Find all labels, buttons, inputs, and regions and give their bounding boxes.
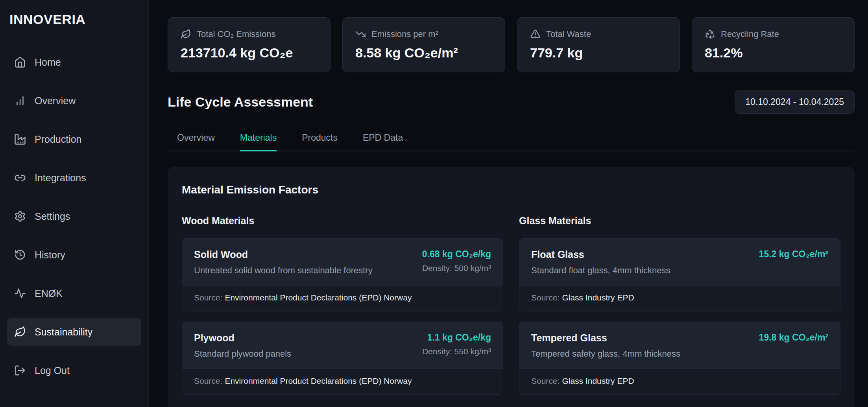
tab-overview[interactable]: Overview: [177, 133, 215, 151]
material-emission-value: 19.8 kg CO₂e/m²: [759, 332, 828, 343]
stat-label: Recycling Rate: [721, 29, 779, 39]
material-description: Untreated solid wood from sustainable fo…: [194, 265, 373, 276]
column-title: Glass Materials: [519, 215, 840, 227]
material-name: Plywood: [194, 332, 291, 344]
stat-value: 81.2%: [705, 45, 842, 61]
source-label: Source:: [531, 376, 560, 385]
page-title: Life Cycle Assessment: [168, 94, 313, 110]
sidebar-item-history[interactable]: History: [7, 241, 141, 269]
material-description: Tempered safety glass, 4mm thickness: [531, 349, 680, 359]
sidebar-item-sustainability[interactable]: Sustainability: [7, 318, 141, 346]
sidebar-item-integrations[interactable]: Integrations: [7, 164, 141, 192]
sidebar-item-label: History: [35, 249, 65, 261]
material-density: Density: 500 kg/m³: [422, 263, 491, 273]
material-card-solid-wood: Solid Wood Untreated solid wood from sus…: [182, 238, 503, 311]
stat-card-recycling-rate: Recycling Rate 81.2%: [692, 17, 855, 72]
app-logo: INNOVERIA: [7, 12, 141, 27]
stat-label: Total Waste: [546, 29, 591, 39]
material-card-float-glass: Float Glass Standard float glass, 4mm th…: [519, 238, 840, 311]
column-title: Wood Materials: [182, 215, 503, 227]
sidebar-item-label: Production: [35, 134, 82, 145]
source-value: Environmental Product Declarations (EPD)…: [225, 376, 412, 385]
stat-value: 779.7 kg: [530, 45, 667, 61]
material-emission-value: 0.68 kg CO₂e/kg: [422, 249, 491, 260]
gear-icon: [14, 210, 26, 222]
tab-products[interactable]: Products: [302, 133, 338, 151]
material-name: Float Glass: [531, 249, 670, 260]
recycle-icon: [705, 29, 715, 39]
factory-icon: [14, 133, 26, 145]
sidebar-nav: Home Overview Production Integrations Se: [7, 48, 141, 384]
sidebar-item-label: ENØK: [35, 288, 63, 299]
warning-triangle-icon: [530, 29, 541, 39]
stat-card-total-co2: Total CO₂ Emissions 213710.4 kg CO₂e: [168, 17, 331, 72]
leaf-icon: [14, 326, 26, 338]
source-value: Glass Industry EPD: [562, 293, 634, 302]
material-emission-factors-panel: Material Emission Factors Wood Materials…: [168, 167, 855, 407]
link-icon: [14, 172, 26, 184]
trend-down-icon: [355, 29, 366, 39]
sidebar-item-settings[interactable]: Settings: [7, 203, 141, 230]
source-label: Source:: [194, 293, 222, 302]
glass-materials-column: Glass Materials Float Glass Standard flo…: [519, 215, 840, 405]
source-label: Source:: [194, 376, 222, 385]
material-name: Solid Wood: [194, 249, 373, 260]
home-icon: [14, 56, 26, 68]
sidebar-item-label: Settings: [35, 211, 70, 222]
wood-materials-column: Wood Materials Solid Wood Untreated soli…: [182, 215, 503, 405]
material-description: Standard float glass, 4mm thickness: [531, 265, 670, 276]
sidebar-item-label: Sustainability: [35, 326, 92, 338]
sidebar-item-logout[interactable]: Log Out: [7, 357, 141, 384]
tab-materials[interactable]: Materials: [240, 133, 277, 151]
logout-icon: [14, 365, 26, 376]
sidebar-item-label: Integrations: [35, 172, 86, 184]
material-card-tempered-glass: Tempered Glass Tempered safety glass, 4m…: [519, 322, 840, 395]
sidebar-item-production[interactable]: Production: [7, 125, 141, 153]
sidebar: INNOVERIA Home Overview Production Integ…: [0, 0, 149, 407]
stat-label: Total CO₂ Emissions: [197, 29, 275, 39]
date-range-picker[interactable]: 10.10.2024 - 10.04.2025: [735, 90, 855, 114]
panel-title: Material Emission Factors: [182, 184, 840, 196]
sidebar-item-label: Home: [35, 57, 61, 68]
source-value: Environmental Product Declarations (EPD)…: [225, 293, 412, 302]
material-name: Tempered Glass: [531, 332, 680, 344]
stat-value: 8.58 kg CO₂e/m²: [355, 45, 492, 61]
sidebar-item-enok[interactable]: ENØK: [7, 280, 141, 307]
material-card-plywood: Plywood Standard plywood panels 1.1 kg C…: [182, 322, 503, 395]
source-value: Glass Industry EPD: [562, 376, 634, 385]
stat-card-emissions-per-m2: Emissions per m² 8.58 kg CO₂e/m²: [342, 17, 505, 72]
stats-row: Total CO₂ Emissions 213710.4 kg CO₂e Emi…: [168, 17, 855, 72]
leaf-icon: [181, 29, 191, 39]
bar-chart-icon: [14, 95, 26, 107]
source-label: Source:: [531, 293, 560, 302]
material-emission-value: 1.1 kg CO₂e/kg: [422, 332, 491, 343]
sidebar-item-overview[interactable]: Overview: [7, 87, 141, 114]
sidebar-item-label: Log Out: [35, 365, 70, 376]
material-density: Density: 550 kg/m³: [422, 347, 491, 356]
stat-value: 213710.4 kg CO₂e: [181, 45, 318, 61]
tabs: Overview Materials Products EPD Data: [168, 133, 855, 151]
history-icon: [14, 249, 26, 261]
sidebar-item-home[interactable]: Home: [7, 48, 141, 76]
material-emission-value: 15.2 kg CO₂e/m²: [759, 249, 828, 260]
activity-icon: [14, 287, 26, 299]
stat-label: Emissions per m²: [371, 29, 438, 39]
main-content: Total CO₂ Emissions 213710.4 kg CO₂e Emi…: [149, 0, 868, 407]
stat-card-total-waste: Total Waste 779.7 kg: [517, 17, 680, 72]
material-description: Standard plywood panels: [194, 349, 291, 359]
tab-epd-data[interactable]: EPD Data: [363, 133, 403, 151]
sidebar-item-label: Overview: [35, 95, 76, 107]
